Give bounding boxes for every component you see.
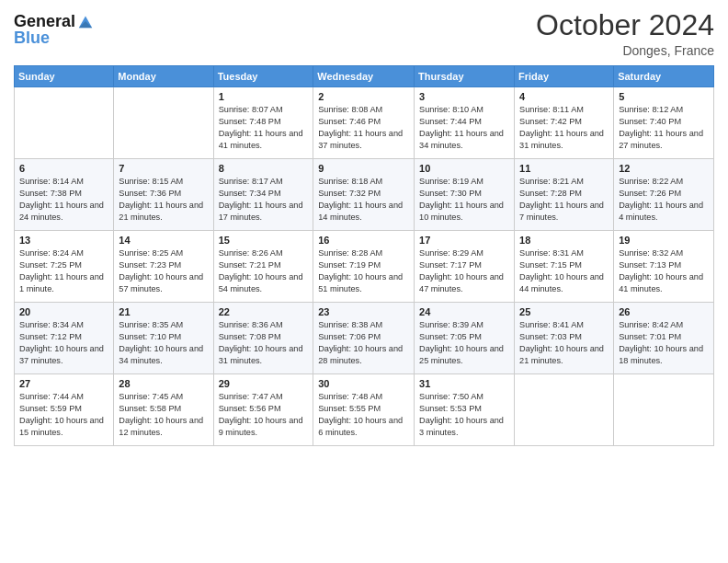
day-number: 29: [219, 378, 309, 389]
table-row: 14Sunrise: 8:25 AM Sunset: 7:23 PM Dayli…: [114, 231, 213, 303]
day-number: 26: [619, 306, 709, 317]
table-row: 18Sunrise: 8:31 AM Sunset: 7:15 PM Dayli…: [515, 231, 614, 303]
day-info: Sunrise: 7:44 AM Sunset: 5:59 PM Dayligh…: [19, 391, 108, 439]
table-row: 1Sunrise: 8:07 AM Sunset: 7:48 PM Daylig…: [213, 87, 313, 159]
table-row: 15Sunrise: 8:26 AM Sunset: 7:21 PM Dayli…: [213, 231, 313, 303]
table-row: [515, 374, 614, 446]
day-number: 20: [19, 306, 108, 317]
day-number: 24: [419, 306, 509, 317]
table-row: 11Sunrise: 8:21 AM Sunset: 7:28 PM Dayli…: [515, 159, 614, 231]
table-row: 28Sunrise: 7:45 AM Sunset: 5:58 PM Dayli…: [114, 374, 213, 446]
table-row: 16Sunrise: 8:28 AM Sunset: 7:19 PM Dayli…: [313, 231, 415, 303]
day-number: 3: [419, 91, 509, 102]
table-row: 25Sunrise: 8:41 AM Sunset: 7:03 PM Dayli…: [515, 303, 614, 374]
day-info: Sunrise: 8:34 AM Sunset: 7:12 PM Dayligh…: [19, 319, 108, 367]
day-info: Sunrise: 8:25 AM Sunset: 7:23 PM Dayligh…: [119, 247, 208, 295]
day-info: Sunrise: 7:45 AM Sunset: 5:58 PM Dayligh…: [119, 391, 208, 439]
table-row: 27Sunrise: 7:44 AM Sunset: 5:59 PM Dayli…: [15, 374, 114, 446]
table-row: [614, 374, 714, 446]
calendar-week-row: 20Sunrise: 8:34 AM Sunset: 7:12 PM Dayli…: [15, 303, 714, 374]
day-info: Sunrise: 8:32 AM Sunset: 7:13 PM Dayligh…: [619, 247, 709, 295]
day-info: Sunrise: 8:07 AM Sunset: 7:48 PM Dayligh…: [219, 104, 309, 152]
header-tuesday: Tuesday: [213, 66, 313, 87]
header-thursday: Thursday: [415, 66, 515, 87]
day-info: Sunrise: 8:42 AM Sunset: 7:01 PM Dayligh…: [619, 319, 709, 367]
table-row: 29Sunrise: 7:47 AM Sunset: 5:56 PM Dayli…: [213, 374, 313, 446]
day-info: Sunrise: 8:19 AM Sunset: 7:30 PM Dayligh…: [419, 176, 509, 224]
day-number: 19: [619, 235, 709, 246]
day-number: 11: [519, 163, 609, 174]
day-number: 31: [419, 378, 509, 389]
day-info: Sunrise: 8:24 AM Sunset: 7:25 PM Dayligh…: [19, 247, 108, 295]
day-info: Sunrise: 8:31 AM Sunset: 7:15 PM Dayligh…: [519, 247, 609, 295]
calendar-week-row: 6Sunrise: 8:14 AM Sunset: 7:38 PM Daylig…: [15, 159, 714, 231]
day-number: 18: [519, 235, 609, 246]
day-info: Sunrise: 7:48 AM Sunset: 5:55 PM Dayligh…: [318, 391, 409, 439]
day-number: 15: [219, 235, 309, 246]
day-info: Sunrise: 8:38 AM Sunset: 7:06 PM Dayligh…: [318, 319, 409, 367]
day-number: 5: [619, 91, 709, 102]
table-row: 31Sunrise: 7:50 AM Sunset: 5:53 PM Dayli…: [415, 374, 515, 446]
day-info: Sunrise: 8:35 AM Sunset: 7:10 PM Dayligh…: [119, 319, 208, 367]
table-row: 6Sunrise: 8:14 AM Sunset: 7:38 PM Daylig…: [15, 159, 114, 231]
header-monday: Monday: [114, 66, 213, 87]
calendar-week-row: 1Sunrise: 8:07 AM Sunset: 7:48 PM Daylig…: [15, 87, 714, 159]
day-number: 25: [519, 306, 609, 317]
weekday-header-row: Sunday Monday Tuesday Wednesday Thursday…: [15, 66, 714, 87]
day-number: 7: [119, 163, 208, 174]
table-row: 7Sunrise: 8:15 AM Sunset: 7:36 PM Daylig…: [114, 159, 213, 231]
table-row: 22Sunrise: 8:36 AM Sunset: 7:08 PM Dayli…: [213, 303, 313, 374]
day-number: 27: [19, 378, 108, 389]
table-row: [15, 87, 114, 159]
day-info: Sunrise: 8:15 AM Sunset: 7:36 PM Dayligh…: [119, 176, 208, 224]
day-info: Sunrise: 8:08 AM Sunset: 7:46 PM Dayligh…: [318, 104, 409, 152]
table-row: 3Sunrise: 8:10 AM Sunset: 7:44 PM Daylig…: [415, 87, 515, 159]
table-row: 26Sunrise: 8:42 AM Sunset: 7:01 PM Dayli…: [614, 303, 714, 374]
day-number: 28: [119, 378, 208, 389]
header-saturday: Saturday: [614, 66, 714, 87]
table-row: 19Sunrise: 8:32 AM Sunset: 7:13 PM Dayli…: [614, 231, 714, 303]
logo: General Blue: [14, 13, 94, 48]
header: General Blue October 2024 Donges, France: [14, 9, 714, 58]
day-info: Sunrise: 8:11 AM Sunset: 7:42 PM Dayligh…: [519, 104, 609, 152]
day-info: Sunrise: 8:36 AM Sunset: 7:08 PM Dayligh…: [219, 319, 309, 367]
day-info: Sunrise: 8:18 AM Sunset: 7:32 PM Dayligh…: [318, 176, 409, 224]
day-number: 4: [519, 91, 609, 102]
table-row: 9Sunrise: 8:18 AM Sunset: 7:32 PM Daylig…: [313, 159, 415, 231]
table-row: 5Sunrise: 8:12 AM Sunset: 7:40 PM Daylig…: [614, 87, 714, 159]
table-row: 2Sunrise: 8:08 AM Sunset: 7:46 PM Daylig…: [313, 87, 415, 159]
day-info: Sunrise: 8:17 AM Sunset: 7:34 PM Dayligh…: [219, 176, 309, 224]
table-row: 17Sunrise: 8:29 AM Sunset: 7:17 PM Dayli…: [415, 231, 515, 303]
day-info: Sunrise: 8:14 AM Sunset: 7:38 PM Dayligh…: [19, 176, 108, 224]
day-number: 14: [119, 235, 208, 246]
day-number: 9: [318, 163, 409, 174]
day-number: 17: [419, 235, 509, 246]
header-wednesday: Wednesday: [313, 66, 415, 87]
title-block: October 2024 Donges, France: [536, 9, 714, 58]
day-info: Sunrise: 8:26 AM Sunset: 7:21 PM Dayligh…: [219, 247, 309, 295]
day-number: 6: [19, 163, 108, 174]
day-number: 12: [619, 163, 709, 174]
day-number: 23: [318, 306, 409, 317]
table-row: 12Sunrise: 8:22 AM Sunset: 7:26 PM Dayli…: [614, 159, 714, 231]
table-row: 21Sunrise: 8:35 AM Sunset: 7:10 PM Dayli…: [114, 303, 213, 374]
table-row: 13Sunrise: 8:24 AM Sunset: 7:25 PM Dayli…: [15, 231, 114, 303]
day-number: 2: [318, 91, 409, 102]
calendar-week-row: 27Sunrise: 7:44 AM Sunset: 5:59 PM Dayli…: [15, 374, 714, 446]
table-row: 4Sunrise: 8:11 AM Sunset: 7:42 PM Daylig…: [515, 87, 614, 159]
header-sunday: Sunday: [15, 66, 114, 87]
day-info: Sunrise: 7:50 AM Sunset: 5:53 PM Dayligh…: [419, 391, 509, 439]
calendar-week-row: 13Sunrise: 8:24 AM Sunset: 7:25 PM Dayli…: [15, 231, 714, 303]
table-row: 23Sunrise: 8:38 AM Sunset: 7:06 PM Dayli…: [313, 303, 415, 374]
header-friday: Friday: [515, 66, 614, 87]
table-row: [114, 87, 213, 159]
logo-icon: [77, 13, 94, 29]
calendar-table: Sunday Monday Tuesday Wednesday Thursday…: [14, 65, 714, 446]
day-info: Sunrise: 8:39 AM Sunset: 7:05 PM Dayligh…: [419, 319, 509, 367]
day-info: Sunrise: 8:41 AM Sunset: 7:03 PM Dayligh…: [519, 319, 609, 367]
calendar-page: General Blue October 2024 Donges, France…: [0, 0, 728, 563]
day-info: Sunrise: 8:21 AM Sunset: 7:28 PM Dayligh…: [519, 176, 609, 224]
day-number: 8: [219, 163, 309, 174]
day-number: 1: [219, 91, 309, 102]
table-row: 24Sunrise: 8:39 AM Sunset: 7:05 PM Dayli…: [415, 303, 515, 374]
